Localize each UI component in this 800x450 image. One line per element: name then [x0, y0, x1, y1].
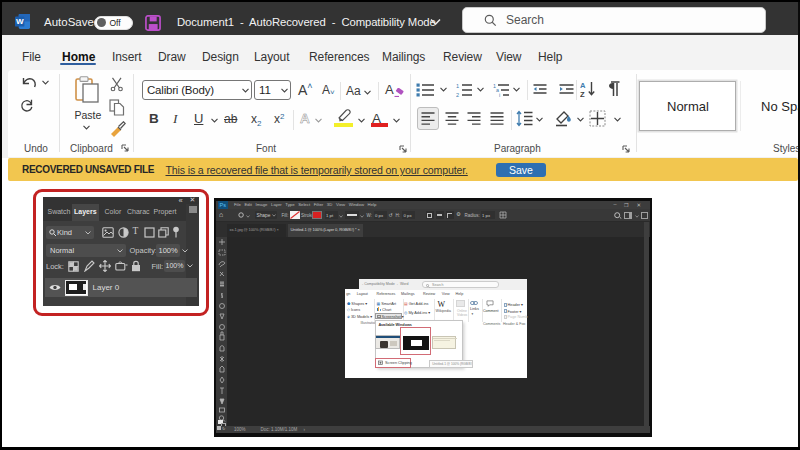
- svg-text:W: W: [16, 17, 24, 26]
- svg-text:2: 2: [456, 92, 459, 97]
- svg-text:i: i: [499, 92, 500, 97]
- svg-text:Z: Z: [580, 90, 585, 98]
- svg-text:1: 1: [456, 83, 459, 89]
- svg-text:A: A: [580, 81, 586, 90]
